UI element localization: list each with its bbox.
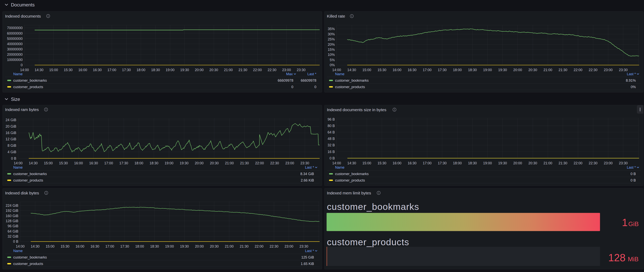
svg-text:21:00: 21:00	[544, 68, 552, 72]
svg-text:8.34 GiB: 8.34 GiB	[300, 172, 314, 176]
svg-text:22:30: 22:30	[268, 68, 276, 72]
svg-text:20 GiB: 20 GiB	[6, 124, 16, 128]
svg-text:22:00: 22:00	[255, 244, 264, 248]
svg-text:Last *: Last *	[627, 165, 636, 169]
svg-text:0 B: 0 B	[330, 156, 335, 160]
svg-text:20:00: 20:00	[513, 68, 522, 72]
svg-text:21:30: 21:30	[558, 161, 567, 165]
svg-text:16:00: 16:00	[78, 68, 87, 72]
svg-text:19:30: 19:30	[498, 161, 507, 165]
svg-text:23:30: 23:30	[297, 68, 306, 72]
svg-text:14:30: 14:30	[347, 68, 356, 72]
svg-text:16:30: 16:30	[90, 244, 99, 248]
svg-text:16:30: 16:30	[93, 68, 102, 72]
svg-text:0 B: 0 B	[630, 178, 636, 182]
svg-text:22:30: 22:30	[270, 244, 278, 248]
svg-text:14:30: 14:30	[29, 161, 38, 165]
svg-text:17:00: 17:00	[108, 68, 116, 72]
svg-text:20:00: 20:00	[195, 161, 204, 165]
svg-text:Name: Name	[13, 165, 23, 169]
svg-text:22:30: 22:30	[270, 161, 279, 165]
svg-text:17:30: 17:30	[438, 161, 447, 165]
svg-text:1.65 KiB: 1.65 KiB	[301, 262, 314, 266]
svg-text:16:30: 16:30	[408, 161, 416, 165]
svg-text:Indexed documents: Indexed documents	[5, 14, 41, 18]
svg-text:17:00: 17:00	[106, 244, 114, 248]
svg-text:18:30: 18:30	[150, 244, 159, 248]
svg-text:17:30: 17:30	[122, 68, 131, 72]
svg-text:17:00: 17:00	[104, 161, 113, 165]
svg-text:15%: 15%	[328, 48, 335, 52]
svg-text:Indexed mem limit bytes: Indexed mem limit bytes	[327, 191, 371, 195]
svg-text:23:00: 23:00	[604, 68, 612, 72]
svg-text:15:00: 15:00	[44, 161, 53, 165]
svg-text:8 GiB: 8 GiB	[8, 144, 16, 148]
svg-text:Name: Name	[13, 72, 23, 76]
svg-text:23:30: 23:30	[299, 244, 308, 248]
svg-text:15:00: 15:00	[49, 68, 58, 72]
svg-text:1: 1	[622, 217, 628, 228]
svg-text:customer_bookmarks: customer_bookmarks	[13, 79, 47, 83]
svg-text:20:30: 20:30	[528, 68, 537, 72]
svg-text:21:00: 21:00	[544, 161, 552, 165]
svg-text:customer_products: customer_products	[13, 262, 43, 266]
svg-text:22:00: 22:00	[253, 68, 262, 72]
svg-text:160 GiB: 160 GiB	[6, 214, 18, 218]
svg-text:21:00: 21:00	[225, 161, 234, 165]
svg-text:18:00: 18:00	[135, 244, 144, 248]
svg-text:14:30: 14:30	[31, 244, 40, 248]
svg-text:GiB: GiB	[628, 220, 639, 227]
svg-text:customer_bookmarks: customer_bookmarks	[13, 172, 47, 176]
svg-text:32 GiB: 32 GiB	[8, 234, 18, 238]
svg-text:2.66 KiB: 2.66 KiB	[301, 178, 314, 182]
svg-text:Indexed ram bytes: Indexed ram bytes	[5, 107, 39, 112]
svg-text:21:30: 21:30	[558, 68, 567, 72]
svg-text:17:00: 17:00	[423, 68, 432, 72]
svg-text:10000000: 10000000	[7, 58, 23, 62]
svg-text:14:00: 14:00	[20, 68, 29, 72]
svg-text:16:00: 16:00	[76, 244, 84, 248]
svg-text:21:30: 21:30	[240, 244, 248, 248]
svg-text:15:30: 15:30	[64, 68, 72, 72]
svg-text:125 GiB: 125 GiB	[301, 255, 314, 259]
svg-text:18:00: 18:00	[134, 161, 143, 165]
svg-text:224 GiB: 224 GiB	[6, 204, 18, 207]
svg-text:customer_products: customer_products	[335, 85, 365, 89]
svg-text:0 B: 0 B	[11, 156, 16, 160]
svg-text:MiB: MiB	[628, 255, 638, 263]
svg-text:20:00: 20:00	[195, 244, 204, 248]
svg-text:4 GiB: 4 GiB	[8, 150, 16, 154]
svg-text:Name: Name	[13, 249, 23, 253]
svg-text:20:30: 20:30	[528, 161, 537, 165]
svg-text:18:00: 18:00	[453, 161, 462, 165]
svg-text:66609978: 66609978	[278, 79, 293, 83]
svg-text:0: 0	[314, 85, 316, 89]
svg-text:10%: 10%	[328, 53, 335, 57]
svg-text:customer_bookmarks: customer_bookmarks	[327, 201, 419, 212]
svg-text:Name: Name	[335, 72, 344, 76]
svg-text:18:30: 18:30	[151, 68, 160, 72]
svg-text:16 B: 16 B	[328, 150, 335, 154]
svg-text:15:30: 15:30	[60, 244, 69, 248]
svg-text:Max: Max	[286, 72, 293, 76]
svg-text:Killed rate: Killed rate	[327, 14, 345, 18]
svg-text:15:30: 15:30	[378, 68, 386, 72]
svg-text:customer_products: customer_products	[13, 178, 43, 182]
svg-text:23:00: 23:00	[284, 244, 293, 248]
svg-text:14:00: 14:00	[16, 244, 24, 248]
svg-text:Documents: Documents	[11, 2, 34, 8]
svg-text:50000000: 50000000	[7, 37, 23, 41]
svg-text:Indexed disk bytes: Indexed disk bytes	[5, 191, 39, 195]
svg-text:60000000: 60000000	[7, 32, 23, 35]
svg-text:128: 128	[608, 252, 626, 263]
svg-text:23:00: 23:00	[285, 161, 294, 165]
svg-text:16:30: 16:30	[408, 68, 416, 72]
svg-text:16:00: 16:00	[393, 68, 402, 72]
svg-text:19:30: 19:30	[498, 68, 507, 72]
svg-text:16:00: 16:00	[393, 161, 402, 165]
svg-text:Last *: Last *	[627, 72, 636, 76]
svg-text:96 GiB: 96 GiB	[8, 224, 18, 228]
svg-text:18:30: 18:30	[468, 161, 477, 165]
svg-text:66609978: 66609978	[301, 79, 316, 83]
svg-text:80 B: 80 B	[328, 124, 335, 128]
